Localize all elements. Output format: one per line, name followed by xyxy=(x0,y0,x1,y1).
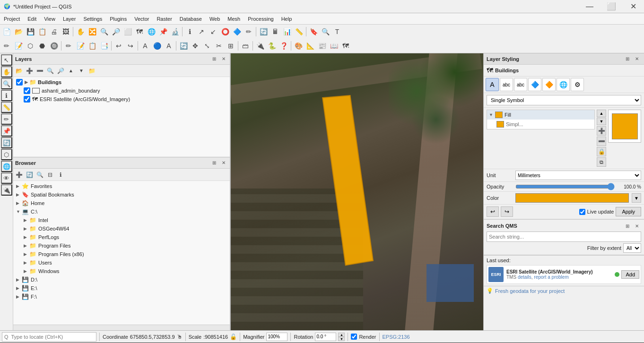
symbol-tree-row-simpl[interactable]: Simpl... xyxy=(487,120,594,129)
layer-check-buildings[interactable] xyxy=(16,79,23,86)
pan-btn[interactable]: ✋ xyxy=(75,26,86,37)
menu-plugins[interactable]: Plugins xyxy=(106,13,131,25)
browser-item-intel[interactable]: ▶ 📁 Intel xyxy=(14,216,229,224)
maximize-button[interactable]: ⬜ xyxy=(600,0,622,13)
multi-edit-btn[interactable]: 📝 xyxy=(75,40,86,51)
digitize-btn[interactable]: ✏ xyxy=(1,40,12,51)
browser-item-f[interactable]: ▶ 💾 F:\ xyxy=(14,292,229,301)
table-btn[interactable]: 📋 xyxy=(87,40,98,51)
filter-combo[interactable]: All xyxy=(623,243,641,253)
identify-tool[interactable]: ℹ xyxy=(1,90,12,101)
magnifier-input[interactable] xyxy=(266,333,287,341)
menu-mesh[interactable]: Mesh xyxy=(224,13,244,25)
styling-icon-abc2[interactable]: abc xyxy=(514,78,527,91)
styling-icon-symbol[interactable]: A xyxy=(486,78,499,91)
search-qms-input[interactable] xyxy=(487,232,641,242)
layers-group-btn[interactable]: 📁 xyxy=(87,66,96,76)
close-button[interactable]: ✕ xyxy=(622,0,644,13)
zoom-full-btn[interactable]: 🌐 xyxy=(146,26,157,37)
styling-icon-abc1[interactable]: abc xyxy=(500,78,513,91)
browser-item-bookmarks[interactable]: ▶ 🔖 Spatial Bookmarks xyxy=(14,190,229,199)
menu-web[interactable]: Web xyxy=(206,13,224,25)
browser-item-home[interactable]: ▶ 🏠 Home xyxy=(14,199,229,207)
minimize-button[interactable]: — xyxy=(579,0,600,13)
vertex-btn[interactable]: ⬣ xyxy=(36,40,48,51)
add-ring-btn[interactable]: 🔘 xyxy=(48,40,60,51)
browser-close-btn[interactable]: ✕ xyxy=(219,159,228,167)
refresh-btn[interactable]: 🔄 xyxy=(258,26,269,37)
map-tips-btn[interactable]: 🗺 xyxy=(340,40,351,51)
map-area[interactable] xyxy=(231,53,483,330)
pencil-btn[interactable]: ✏ xyxy=(63,40,74,51)
duplicate-symbol-btn[interactable]: ⧉ xyxy=(597,157,606,167)
qms-close-btn[interactable]: ✕ xyxy=(633,222,641,230)
layers-filter2-btn[interactable]: 🔎 xyxy=(56,66,65,76)
qms-details-link[interactable]: details xyxy=(518,274,531,280)
remove-symbol-btn[interactable]: ➖ xyxy=(597,137,606,146)
browser-add-btn[interactable]: ➕ xyxy=(14,170,24,180)
text-btn[interactable]: T xyxy=(331,26,343,37)
rotate-tool[interactable]: 🔄 xyxy=(1,137,12,148)
measure-btn[interactable]: 📏 xyxy=(293,26,305,37)
merge-btn[interactable]: ⊞ xyxy=(225,40,236,51)
layout-mgr-btn[interactable]: 📐 xyxy=(305,40,316,51)
plugin-btn[interactable]: 🔌 xyxy=(254,40,266,51)
browser-item-windows[interactable]: ▶ 📁 Windows xyxy=(14,267,229,275)
menu-raster[interactable]: Raster xyxy=(153,13,175,25)
styling-icon-3d1[interactable]: 🔷 xyxy=(528,78,541,91)
rotation-input[interactable] xyxy=(315,333,336,341)
label-btn[interactable]: A xyxy=(139,40,151,51)
undo-btn2[interactable]: ↩ xyxy=(113,40,124,51)
browser-item-c[interactable]: ▼ 💻 C:\ xyxy=(14,207,229,216)
zoom-rubber-btn[interactable]: ⬜ xyxy=(122,26,133,37)
zoom-selection-btn[interactable]: 📌 xyxy=(157,26,169,37)
layers-down-btn[interactable]: ▼ xyxy=(77,66,86,76)
pan-map-btn[interactable]: 🔀 xyxy=(87,26,98,37)
node-btn[interactable]: ⬡ xyxy=(25,40,36,51)
select-polygon-btn[interactable]: 🔷 xyxy=(231,26,243,37)
deselect-btn[interactable]: ↙ xyxy=(208,26,219,37)
zoom-layer-btn[interactable]: 🗺 xyxy=(134,26,145,37)
menu-settings[interactable]: Settings xyxy=(79,13,106,25)
layer-check-ashanti[interactable] xyxy=(24,87,30,94)
layers-up-btn[interactable]: ▲ xyxy=(66,66,76,76)
layers-open-btn[interactable]: 📂 xyxy=(14,66,24,76)
undo-style-btn[interactable]: ↩ xyxy=(487,206,499,217)
browser-item-e[interactable]: ▶ 💾 E:\ xyxy=(14,284,229,292)
browser-info-btn[interactable]: ℹ xyxy=(56,170,65,180)
browser-refresh-btn[interactable]: 🔄 xyxy=(25,170,34,180)
add-service-button[interactable]: Add xyxy=(621,270,639,279)
zoom-in-btn[interactable]: 🔍 xyxy=(98,26,110,37)
rotate-feature-btn[interactable]: 🔄 xyxy=(178,40,189,51)
browser-item-favorites[interactable]: ▶ ⭐ Favorites xyxy=(14,182,229,190)
composer-btn[interactable]: 📰 xyxy=(316,40,328,51)
live-update-checkbox[interactable] xyxy=(579,209,585,215)
open-project-btn[interactable]: 📂 xyxy=(13,26,24,37)
plugin-tool[interactable]: 🔌 xyxy=(1,184,12,196)
color-dropdown-btn[interactable]: ▼ xyxy=(632,193,641,203)
select-freehand-btn[interactable]: ✏ xyxy=(243,26,254,37)
browser-item-osgeo[interactable]: ▶ 📁 OSGeo4W64 xyxy=(14,224,229,233)
atlas-btn[interactable]: 📖 xyxy=(328,40,339,51)
add-symbol-btn[interactable]: ➕ xyxy=(597,126,606,136)
save-as-btn[interactable]: 📋 xyxy=(36,26,48,37)
print-btn[interactable]: 🖼 xyxy=(60,26,71,37)
layers-remove-btn[interactable]: ➖ xyxy=(35,66,44,76)
menu-database[interactable]: Database xyxy=(176,13,206,25)
layer-check-esri[interactable] xyxy=(24,96,30,103)
menu-vector[interactable]: Vector xyxy=(131,13,153,25)
copy-feature-btn[interactable]: 📑 xyxy=(98,40,110,51)
color-swatch[interactable] xyxy=(515,193,629,203)
edit-btn[interactable]: 📝 xyxy=(13,40,24,51)
menu-layer[interactable]: Layer xyxy=(59,13,80,25)
annotation-tool[interactable]: 📌 xyxy=(1,125,12,137)
menu-edit[interactable]: Edit xyxy=(24,13,40,25)
zoom-in-tool[interactable]: 🔍 xyxy=(1,78,12,89)
browser-item-perflogs[interactable]: ▶ 📁 PerfLogs xyxy=(14,233,229,241)
vertex-tool[interactable]: ⬡ xyxy=(1,149,12,160)
select-radius-btn[interactable]: ⭕ xyxy=(219,26,231,37)
layer-item-buildings[interactable]: ▶ 📁 Buildings xyxy=(14,78,229,86)
new-project-btn[interactable]: 📄 xyxy=(1,26,12,37)
scroll-down-btn[interactable]: ▼ xyxy=(597,118,606,125)
menu-project[interactable]: Project xyxy=(0,13,24,25)
